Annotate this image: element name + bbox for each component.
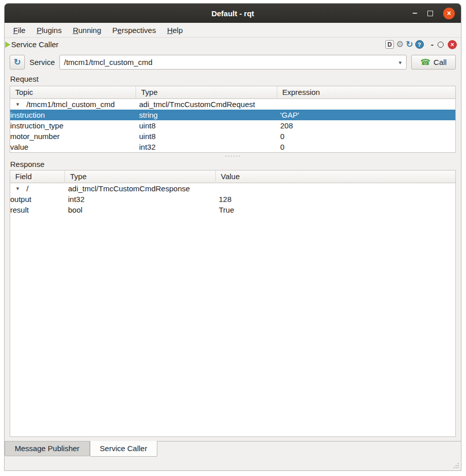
response-table-header: Field Type Value — [10, 171, 455, 183]
menu-running[interactable]: Running — [67, 24, 107, 37]
chevron-down-icon[interactable]: ▾ — [398, 59, 402, 66]
type-cell: bool — [65, 205, 216, 215]
menu-plugins[interactable]: Plugins — [31, 24, 67, 37]
plugin-titlebar: Service Caller D ⚙ ↻ ? - × — [5, 38, 461, 51]
type-cell: uint8 — [136, 120, 277, 131]
service-combobox[interactable]: /tmcm1/tmcl_custom_cmd ▾ — [59, 55, 407, 70]
request-table: Topic Type Expression ▾ /tmcm1/tmcl_cust… — [10, 86, 456, 153]
call-button-label: Call — [434, 58, 447, 66]
expression-cell[interactable]: 208 — [277, 120, 455, 131]
value-cell: 128 — [216, 194, 455, 205]
play-icon — [5, 42, 10, 48]
settings-gear-icon[interactable]: ⚙ — [396, 40, 404, 49]
request-table-header: Topic Type Expression — [10, 86, 455, 99]
field-name: instruction — [10, 110, 136, 120]
type-cell: adi_tmcl/TmcCustomCmdRequest — [136, 99, 277, 110]
response-section-label: Response — [5, 158, 461, 170]
expander-icon[interactable]: ▾ — [16, 183, 23, 194]
value-cell: True — [216, 205, 455, 215]
table-row-selected[interactable]: instruction string 'GAP' — [10, 110, 455, 120]
table-row[interactable]: ▾ /tmcm1/tmcl_custom_cmd adi_tmcl/TmcCus… — [10, 99, 455, 110]
window-minimize-icon[interactable]: – — [413, 11, 417, 16]
field-name: result — [10, 205, 65, 215]
tab-service-caller[interactable]: Service Caller — [90, 441, 157, 457]
field-name: motor_number — [10, 131, 136, 142]
expression-cell[interactable]: 0 — [277, 131, 455, 142]
field-name: / — [26, 183, 28, 194]
value-cell — [216, 183, 455, 194]
table-row[interactable]: result bool True — [10, 205, 455, 215]
menu-help[interactable]: Help — [161, 24, 188, 37]
response-table: Field Type Value ▾ / adi_tmcl/TmcCustomC… — [10, 170, 456, 437]
plugin-close-icon[interactable]: × — [448, 40, 457, 49]
table-row[interactable]: motor_number uint8 0 — [10, 131, 455, 142]
type-cell: adi_tmcl/TmcCustomCmdResponse — [65, 183, 216, 194]
column-header-field[interactable]: Field — [10, 171, 65, 183]
column-header-value[interactable]: Value — [216, 171, 455, 183]
service-label: Service — [29, 58, 55, 66]
expression-cell[interactable] — [277, 99, 455, 110]
reload-plugin-icon[interactable]: ↻ — [406, 40, 413, 49]
expression-cell[interactable]: 0 — [277, 142, 455, 152]
resize-grip-icon[interactable] — [452, 462, 459, 469]
field-name: output — [10, 194, 65, 205]
field-name: value — [10, 142, 136, 152]
service-toolbar: ↻ Service /tmcm1/tmcl_custom_cmd ▾ ☎ Cal… — [5, 51, 461, 73]
dock-tab-bar: Message Publisher Service Caller — [5, 441, 461, 458]
tree-cell: ▾ / — [10, 183, 65, 194]
column-header-type[interactable]: Type — [65, 171, 216, 183]
plugin-float-icon[interactable] — [438, 42, 444, 48]
table-row[interactable]: output int32 128 — [10, 194, 455, 205]
tab-message-publisher[interactable]: Message Publisher — [5, 441, 90, 456]
window-controls: – × — [413, 4, 455, 23]
plugin-minimize-icon[interactable]: - — [431, 40, 434, 49]
type-cell: int32 — [136, 142, 277, 152]
expression-cell[interactable]: 'GAP' — [277, 110, 455, 120]
window-close-icon[interactable]: × — [443, 8, 455, 19]
window-titlebar[interactable]: Default - rqt – × — [5, 4, 461, 23]
dock-button[interactable]: D — [385, 40, 394, 49]
menu-file[interactable]: File — [8, 24, 31, 37]
column-header-topic[interactable]: Topic — [10, 86, 136, 99]
table-row[interactable]: instruction_type uint8 208 — [10, 120, 455, 131]
plugin-title: Service Caller — [11, 40, 58, 49]
splitter-grip-icon: ······ — [225, 154, 241, 157]
table-row[interactable]: ▾ / adi_tmcl/TmcCustomCmdResponse — [10, 183, 455, 194]
call-button[interactable]: ☎ Call — [411, 55, 456, 70]
status-bar — [5, 458, 461, 470]
help-icon[interactable]: ? — [415, 40, 424, 49]
column-header-type[interactable]: Type — [136, 86, 277, 99]
menu-bar: File Plugins Running Perspectives Help — [5, 23, 461, 38]
column-header-expression[interactable]: Expression — [277, 86, 455, 99]
request-section-label: Request — [5, 73, 461, 86]
menu-perspectives[interactable]: Perspectives — [107, 24, 161, 37]
refresh-services-button[interactable]: ↻ — [10, 55, 25, 70]
tree-cell: ▾ /tmcm1/tmcl_custom_cmd — [10, 99, 136, 110]
expander-icon[interactable]: ▾ — [16, 99, 23, 110]
type-cell: uint8 — [136, 131, 277, 142]
rqt-window: Default - rqt – × File Plugins Running P… — [4, 3, 461, 471]
window-maximize-icon[interactable] — [427, 11, 433, 16]
table-row[interactable]: value int32 0 — [10, 142, 455, 152]
refresh-icon: ↻ — [14, 57, 21, 67]
topic-name: /tmcm1/tmcl_custom_cmd — [26, 99, 115, 110]
phone-icon: ☎ — [420, 57, 430, 67]
splitter-handle[interactable]: ······ — [5, 153, 461, 158]
type-cell: int32 — [65, 194, 216, 205]
window-title: Default - rqt — [5, 9, 461, 18]
service-combobox-value: /tmcm1/tmcl_custom_cmd — [64, 58, 152, 66]
type-cell: string — [136, 110, 277, 120]
plugin-controls: D ⚙ ↻ ? - × — [385, 40, 457, 49]
field-name: instruction_type — [10, 120, 136, 131]
